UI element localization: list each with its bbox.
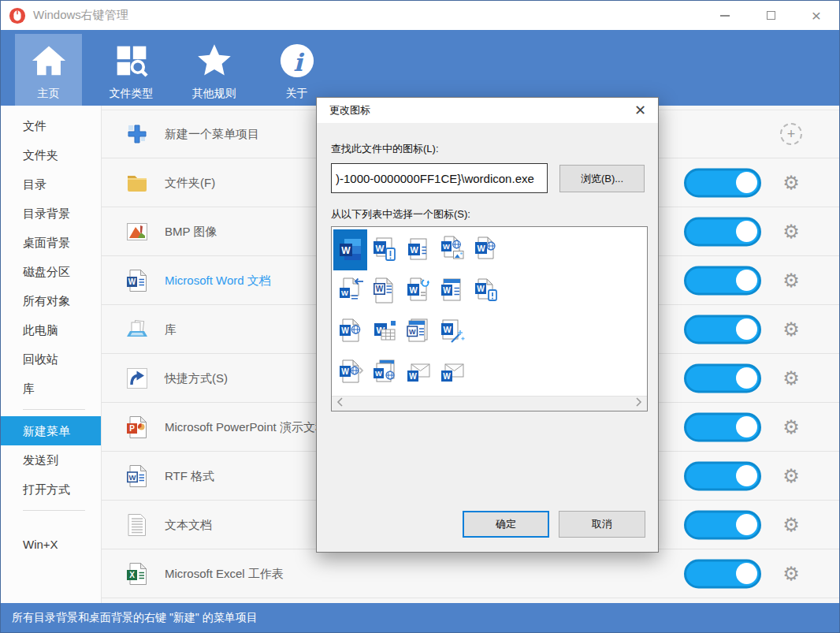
word-web-image-icon[interactable]: W [435,229,469,270]
svg-text:W: W [409,285,418,295]
sidebar-item-send-to[interactable]: 发送到 [1,445,101,475]
icon-path-input[interactable] [331,163,548,193]
toggle-switch[interactable] [684,363,761,393]
toolbar-other-rules-label: 其他规则 [192,87,236,106]
cancel-button[interactable]: 取消 [559,511,645,538]
sidebar-item-file[interactable]: 文件 [1,111,101,140]
close-button[interactable]: × [794,1,839,30]
gear-icon[interactable]: ⚙ [779,367,803,389]
toggle-switch[interactable] [684,315,761,344]
scroll-left-icon[interactable] [336,397,344,411]
gear-icon[interactable]: ⚙ [779,270,803,292]
word-framed-doc-icon[interactable]: W [401,311,435,352]
select-icon-label: 从以下列表中选择一个图标(S): [331,207,470,222]
sidebar-item-open-with[interactable]: 打开方式 [1,475,101,504]
word-macro-doc-2-icon[interactable]: W [469,270,503,311]
icon-list-box[interactable]: WWWWWWWWWWWWWWWWWW [331,226,648,411]
minimize-icon [720,15,730,17]
info-icon: i [279,34,315,87]
toolbar-home-button[interactable]: 主页 [15,34,82,106]
word-webpage-preview-icon[interactable]: W [333,352,367,393]
rtf-icon: W [125,464,150,489]
row-label: RTF 格式 [165,468,214,483]
toggle-knob [736,221,757,242]
main-toolbar: 主页 文件类型 其他规则 i 关于 [1,30,839,106]
change-icon-dialog: 更改图标 ✕ 查找此文件中的图标(L): 浏览(B)... 从以下列表中选择一个… [316,97,659,553]
row-label: 快捷方式(S) [165,370,228,385]
gear-icon[interactable]: ⚙ [779,318,803,341]
horizontal-scrollbar[interactable] [332,396,647,411]
word-refresh-doc-icon[interactable]: W [401,270,435,311]
add-target-icon[interactable]: + [780,123,802,145]
gear-icon[interactable]: ⚙ [779,416,803,438]
app-logo-mouse-icon [9,7,26,24]
word-webpage-icon[interactable]: W [333,311,367,352]
ok-button[interactable]: 确定 [463,511,549,538]
svg-text:W: W [341,289,348,297]
toggle-switch[interactable] [684,559,761,588]
powerpoint-icon: P [125,415,150,440]
window-controls: × [702,1,839,30]
toggle-knob [736,465,757,486]
toggle-switch[interactable] [684,461,761,490]
shortcut-icon [125,366,150,391]
gear-icon[interactable]: ⚙ [779,514,803,536]
toolbar-file-types-button[interactable]: 文件类型 [98,34,165,106]
svg-text:W: W [375,285,383,293]
word-text-doc-icon[interactable]: W [401,229,435,270]
row-label: 文件夹(F) [165,175,215,190]
toolbar-about-button[interactable]: i 关于 [263,34,330,106]
dialog-close-button[interactable]: ✕ [623,98,658,123]
sidebar-item-disk[interactable]: 磁盘分区 [1,257,101,286]
sidebar-item-recycle-bin[interactable]: 回收站 [1,344,101,374]
svg-text:W: W [341,245,351,256]
toggle-switch[interactable] [684,510,761,539]
word-web-stack-icon[interactable]: W [367,352,401,393]
toggle-switch[interactable] [684,412,761,441]
word-wizard-doc-icon[interactable]: W [435,311,469,352]
row-label: 库 [165,322,177,337]
minimize-button[interactable] [702,1,748,30]
word-table-doc-icon[interactable]: W [367,311,401,352]
sidebar-item-folder[interactable]: 文件夹 [1,140,101,169]
word-classic-doc-icon[interactable]: W [367,270,401,311]
status-bar: 所有目录背景和桌面背景的右键 "新建" 的菜单项目 [1,603,839,632]
toggle-knob [736,318,757,340]
sidebar-item-directory-bg[interactable]: 目录背景 [1,199,101,228]
toolbar-other-rules-button[interactable]: 其他规则 [180,34,247,106]
window-title: Windows右键管理 [33,8,128,23]
gear-icon[interactable]: ⚙ [779,563,803,585]
row-label: 新建一个菜单项目 [165,127,259,142]
list-row-excel[interactable]: X Microsoft Excel 工作表 ⚙ [102,549,839,598]
gear-icon[interactable]: ⚙ [779,465,803,487]
toolbar-about-label: 关于 [286,87,308,106]
svg-text:W: W [408,328,415,336]
sidebar-item-new-menu[interactable]: 新建菜单 [1,416,101,445]
word-app-icon[interactable]: W [333,229,367,270]
scroll-right-icon[interactable] [635,397,643,411]
svg-text:W: W [410,245,418,255]
sidebar-item-win-x[interactable]: Win+X [1,530,101,559]
word-webpage-2-icon[interactable]: W [469,229,503,270]
maximize-button[interactable] [748,1,794,30]
sidebar-item-all-objects[interactable]: 所有对象 [1,286,101,315]
word-header-doc-icon[interactable]: W [435,270,469,311]
svg-text:W: W [443,372,451,381]
word-import-doc-icon[interactable]: W [333,270,367,311]
word-mail-doc-2-icon[interactable]: W [435,352,469,393]
sidebar-item-directory[interactable]: 目录 [1,169,101,199]
gear-icon[interactable]: ⚙ [779,172,803,194]
word-mail-doc-icon[interactable]: W [401,352,435,393]
toggle-knob [736,563,757,584]
row-label: BMP 图像 [165,224,217,239]
sidebar-item-this-pc[interactable]: 此电脑 [1,315,101,344]
sidebar-item-library[interactable]: 库 [1,374,101,403]
toggle-switch[interactable] [684,266,761,295]
sidebar-item-desktop-bg[interactable]: 桌面背景 [1,228,101,257]
toggle-knob [736,172,757,193]
toggle-switch[interactable] [684,217,761,246]
word-macro-doc-icon[interactable]: W [367,229,401,270]
toggle-switch[interactable] [684,168,761,197]
browse-button[interactable]: 浏览(B)... [559,165,645,192]
gear-icon[interactable]: ⚙ [779,221,803,243]
